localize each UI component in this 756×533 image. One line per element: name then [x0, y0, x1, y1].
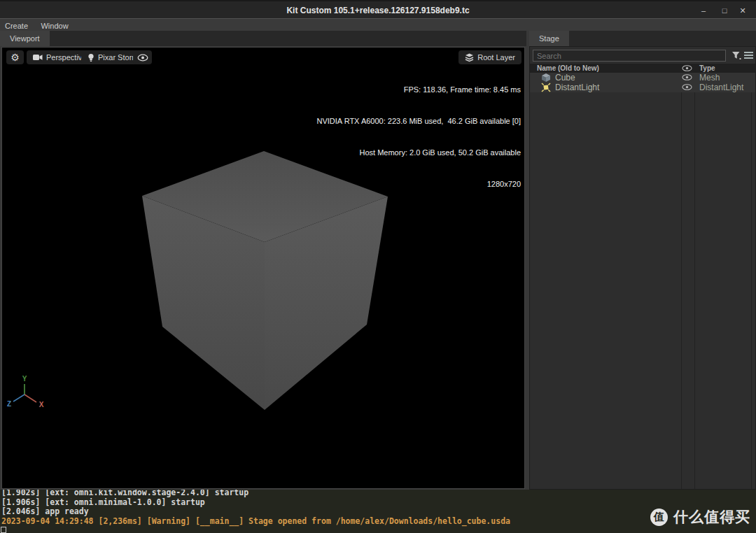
minimize-button[interactable]: –	[693, 1, 714, 20]
lightbulb-icon	[88, 53, 94, 62]
stage-row-cube[interactable]: Cube Mesh	[530, 73, 755, 83]
z-axis-label: Z	[7, 400, 11, 408]
y-axis-label: Y	[22, 375, 27, 383]
column-divider	[751, 64, 752, 489]
tab-stage[interactable]: Stage	[529, 31, 569, 46]
root-layer-button[interactable]: Root Layer	[458, 50, 522, 64]
visibility-eye-icon[interactable]	[682, 74, 694, 80]
axis-orientation-gizmo[interactable]: Y X Z	[5, 374, 47, 410]
tab-viewport[interactable]: Viewport	[0, 31, 50, 46]
stat-gpu-memory: NVIDIA RTX A6000: 223.6 MiB used, 46.2 G…	[317, 116, 521, 127]
distant-light-icon	[541, 83, 551, 92]
camera-mode-label: Perspective	[46, 53, 86, 62]
console-log[interactable]: [1.902s] [ext: omni.kit.window.stage-2.4…	[0, 490, 756, 533]
stage-body: Name (Old to New) Type Cube	[529, 46, 756, 490]
renderer-label: Pixar Storm	[98, 53, 138, 62]
viewport-3d-canvas[interactable]: ⚙ Perspective Pixar Storm	[1, 47, 525, 489]
filter-icon[interactable]	[732, 51, 741, 60]
stage-row-distantlight[interactable]: DistantLight DistantLight	[530, 83, 755, 92]
prim-name[interactable]: DistantLight	[555, 83, 599, 92]
root-layer-label: Root Layer	[477, 53, 515, 62]
prim-name[interactable]: Cube	[555, 73, 575, 83]
visibility-column-eye-icon[interactable]	[682, 65, 694, 71]
z-axis-line	[13, 395, 24, 401]
column-header-type[interactable]: Type	[699, 64, 715, 73]
close-button[interactable]: ✕	[732, 1, 753, 20]
watermark: 值 什么值得买	[650, 507, 750, 527]
stage-panel: Stage Name (Old to New)	[529, 31, 756, 490]
stat-fps: FPS: 118.36, Frame time: 8.45 ms	[317, 85, 521, 95]
viewport-stats: FPS: 118.36, Frame time: 8.45 ms NVIDIA …	[317, 64, 521, 211]
viewport-visibility-button[interactable]	[133, 50, 152, 64]
log-line-warning: 2023-09-04 14:29:48 [2,236ms] [Warning] …	[0, 517, 756, 527]
stage-column-headers: Name (Old to New) Type	[530, 64, 755, 73]
stage-search-input[interactable]	[533, 50, 726, 62]
stat-host-memory: Host Memory: 2.0 GiB used, 50.2 GiB avai…	[317, 148, 521, 158]
stage-tree: Name (Old to New) Type Cube	[530, 64, 755, 489]
console-cursor	[1, 527, 6, 533]
watermark-text: 什么值得买	[673, 507, 750, 527]
column-divider	[694, 64, 695, 489]
watermark-logo-icon: 值	[650, 509, 668, 526]
column-header-name[interactable]: Name (Old to New)	[537, 64, 599, 73]
title-bar: Kit Custom 105.1+release.126127.9158deb9…	[0, 0, 756, 18]
camera-icon	[33, 54, 43, 61]
column-divider	[681, 64, 682, 489]
stat-resolution: 1280x720	[317, 179, 521, 190]
gear-icon: ⚙	[10, 52, 20, 63]
menu-bar: Create Window	[0, 18, 756, 31]
stage-tab-bar: Stage	[529, 31, 756, 46]
layers-icon	[465, 53, 474, 62]
workspace: Viewport	[0, 31, 756, 490]
eye-icon	[137, 54, 148, 62]
window-title: Kit Custom 105.1+release.126127.9158deb9…	[0, 1, 756, 20]
prim-type: DistantLight	[699, 83, 743, 92]
log-line: [1.902s] [ext: omni.kit.window.stage-2.4…	[0, 490, 756, 498]
prim-type: Mesh	[699, 73, 720, 83]
viewport-tab-bar: Viewport	[0, 31, 526, 46]
viewport-panel: Viewport	[0, 31, 526, 490]
options-menu-icon[interactable]	[744, 52, 753, 59]
x-axis-line	[24, 395, 36, 402]
log-line: [2.046s] app ready	[0, 507, 756, 517]
log-line: [1.906s] [ext: omni.minimal-1.0.0] start…	[0, 498, 756, 508]
viewport-settings-button[interactable]: ⚙	[6, 50, 24, 64]
x-axis-label: X	[39, 401, 44, 408]
mesh-cube-icon	[541, 73, 551, 83]
visibility-eye-icon[interactable]	[682, 84, 694, 90]
